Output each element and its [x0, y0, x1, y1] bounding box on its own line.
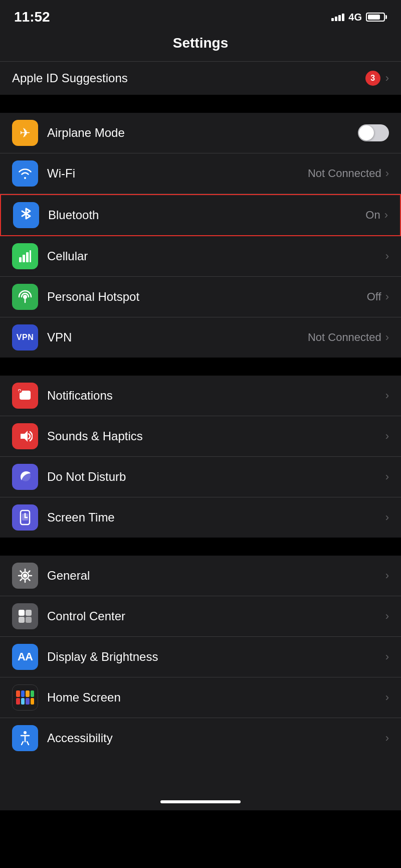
- airplane-mode-icon: ✈: [12, 120, 38, 146]
- svg-rect-20: [26, 610, 32, 616]
- notifications-row[interactable]: Notifications ›: [0, 376, 401, 416]
- notifications-section: Notifications › Sounds & Haptics › Do No…: [0, 376, 401, 538]
- section-gap-3: [0, 538, 401, 556]
- general-row[interactable]: General ›: [0, 556, 401, 596]
- signal-bars-icon: [331, 14, 344, 21]
- svg-rect-21: [19, 617, 25, 623]
- notifications-label: Notifications: [47, 389, 385, 403]
- general-icon: [12, 563, 38, 589]
- home-screen-grid-icon: [16, 690, 34, 705]
- accessibility-chevron-icon: ›: [385, 732, 389, 745]
- bluetooth-icon: [13, 202, 39, 228]
- general-chevron-icon: ›: [385, 569, 389, 582]
- screen-time-label: Screen Time: [47, 510, 385, 525]
- accessibility-label: Accessibility: [47, 731, 385, 745]
- airplane-mode-toggle[interactable]: [358, 124, 389, 141]
- personal-hotspot-label: Personal Hotspot: [47, 290, 367, 304]
- display-brightness-chevron-icon: ›: [385, 650, 389, 663]
- home-screen-chevron-icon: ›: [385, 691, 389, 704]
- sounds-row[interactable]: Sounds & Haptics ›: [0, 416, 401, 457]
- connectivity-section: ✈ Airplane Mode Wi-Fi Not Connected › Bl…: [0, 113, 401, 358]
- vpn-icon: VPN: [12, 324, 38, 351]
- svg-marker-12: [21, 431, 28, 442]
- screen-time-chevron-icon: ›: [385, 511, 389, 524]
- control-center-icon: [12, 603, 38, 629]
- vpn-chevron-icon: ›: [385, 331, 389, 344]
- bluetooth-chevron-icon: ›: [384, 209, 388, 222]
- notifications-icon: [12, 383, 38, 409]
- apple-id-suggestions-row[interactable]: Apple ID Suggestions 3 ›: [0, 61, 401, 95]
- sounds-chevron-icon: ›: [385, 430, 389, 443]
- svg-rect-2: [26, 252, 29, 262]
- home-screen-icon: [12, 684, 38, 711]
- wifi-label: Wi-Fi: [47, 166, 308, 181]
- wifi-row[interactable]: Wi-Fi Not Connected ›: [0, 153, 401, 194]
- svg-point-23: [24, 731, 27, 734]
- vpn-row[interactable]: VPN VPN Not Connected ›: [0, 317, 401, 358]
- cellular-icon: [12, 243, 38, 269]
- svg-rect-0: [19, 257, 22, 262]
- svg-rect-22: [26, 617, 32, 623]
- bluetooth-label: Bluetooth: [48, 208, 365, 222]
- personal-hotspot-icon: [12, 284, 38, 310]
- wifi-icon: [12, 160, 38, 187]
- personal-hotspot-value: Off: [367, 290, 381, 303]
- section-gap-2: [0, 358, 401, 376]
- personal-hotspot-row[interactable]: Personal Hotspot Off ›: [0, 277, 401, 317]
- display-brightness-icon: AA: [12, 644, 38, 670]
- personal-hotspot-chevron-icon: ›: [385, 290, 389, 303]
- wifi-chevron-icon: ›: [385, 167, 389, 180]
- vpn-label: VPN: [47, 330, 308, 344]
- accessibility-row[interactable]: Accessibility ›: [0, 718, 401, 758]
- vpn-value: Not Connected: [308, 331, 381, 344]
- page-title-container: Settings: [0, 30, 401, 61]
- bluetooth-row[interactable]: Bluetooth On ›: [0, 194, 401, 236]
- do-not-disturb-row[interactable]: Do Not Disturb ›: [0, 457, 401, 497]
- svg-rect-11: [18, 391, 21, 392]
- home-bar: [160, 800, 241, 803]
- apple-id-right: 3 ›: [365, 71, 389, 86]
- svg-rect-1: [23, 255, 25, 262]
- airplane-mode-label: Airplane Mode: [47, 126, 358, 140]
- control-center-label: Control Center: [47, 609, 385, 623]
- bluetooth-value: On: [365, 209, 380, 222]
- apple-id-chevron-icon: ›: [385, 72, 389, 85]
- screen-time-icon: [12, 504, 38, 531]
- network-type-label: 4G: [348, 12, 362, 23]
- accessibility-icon: [12, 725, 38, 751]
- svg-rect-3: [30, 250, 31, 262]
- do-not-disturb-chevron-icon: ›: [385, 470, 389, 483]
- do-not-disturb-label: Do Not Disturb: [47, 470, 385, 484]
- control-center-row[interactable]: Control Center ›: [0, 596, 401, 637]
- home-screen-row[interactable]: Home Screen ›: [0, 677, 401, 718]
- display-brightness-row[interactable]: AA Display & Brightness ›: [0, 637, 401, 677]
- general-label: General: [47, 569, 385, 583]
- general-settings-section: General › Control Center › AA Display & …: [0, 556, 401, 758]
- cellular-row[interactable]: Cellular ›: [0, 236, 401, 277]
- control-center-chevron-icon: ›: [385, 610, 389, 623]
- cellular-chevron-icon: ›: [385, 250, 389, 263]
- status-bar: 11:52 4G: [0, 0, 401, 30]
- do-not-disturb-icon: [12, 464, 38, 490]
- sounds-label: Sounds & Haptics: [47, 429, 385, 443]
- wifi-value: Not Connected: [308, 167, 381, 180]
- home-indicator: [0, 788, 401, 810]
- battery-icon: [366, 13, 387, 22]
- apple-id-label: Apple ID Suggestions: [12, 71, 128, 85]
- bottom-spacer: [0, 758, 401, 788]
- section-gap-1: [0, 95, 401, 113]
- screen-time-row[interactable]: Screen Time ›: [0, 497, 401, 538]
- svg-point-17: [23, 574, 27, 578]
- display-brightness-label: Display & Brightness: [47, 650, 385, 664]
- status-time: 11:52: [14, 9, 50, 25]
- page-title: Settings: [0, 35, 401, 51]
- svg-rect-19: [19, 610, 25, 616]
- home-screen-label: Home Screen: [47, 690, 385, 705]
- notifications-chevron-icon: ›: [385, 389, 389, 402]
- status-icons: 4G: [331, 12, 387, 23]
- airplane-mode-row[interactable]: ✈ Airplane Mode: [0, 113, 401, 153]
- sounds-icon: [12, 423, 38, 449]
- cellular-label: Cellular: [47, 249, 385, 263]
- apple-id-badge: 3: [365, 71, 380, 86]
